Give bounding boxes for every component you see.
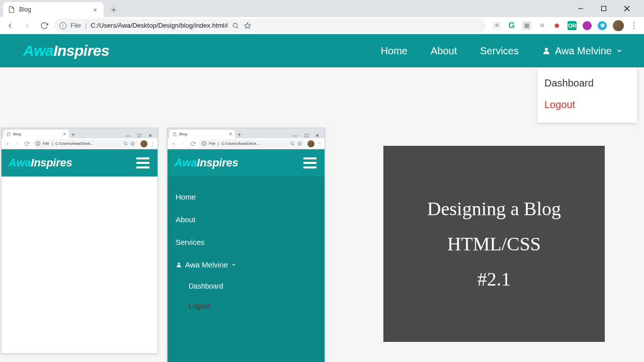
info-icon[interactable]: i <box>59 22 66 29</box>
mini-body <box>2 176 157 353</box>
maximize-button[interactable] <box>597 2 611 16</box>
logo-prefix: Awa <box>175 156 197 169</box>
dropdown-dashboard[interactable]: Dashboard <box>537 72 637 94</box>
new-tab-button[interactable]: + <box>107 3 121 17</box>
url-scheme-label: File <box>70 22 81 29</box>
extension-icon[interactable] <box>583 21 592 30</box>
mini-toolbar: i File | C:/Users/Awa/Desk... ⋮ <box>2 138 157 149</box>
mobile-submenu: Dashboard Logout <box>176 276 325 316</box>
back-button[interactable] <box>3 19 17 33</box>
file-icon <box>8 6 15 13</box>
nav-user-name: Awa Melvine <box>555 45 612 57</box>
forward-button[interactable] <box>14 140 21 147</box>
dropdown-logout[interactable]: Logout <box>537 94 637 116</box>
reload-button[interactable] <box>189 140 196 147</box>
mini-address-bar[interactable]: i File | C:/Users/Awa/Desk... <box>33 139 138 148</box>
title-panel: Designing a Blog HTML/CSS #2.1 <box>383 146 605 342</box>
mini-tab-title: Blog <box>13 132 60 136</box>
address-bar[interactable]: i File | C:/Users/Awa/Desktop/Design/blo… <box>54 19 486 33</box>
logo-suffix: Inspires <box>31 156 72 169</box>
site-logo[interactable]: AwaInspires <box>23 42 109 59</box>
extension-icon[interactable]: ⊕ <box>598 21 607 30</box>
profile-avatar[interactable] <box>307 140 314 147</box>
mini-preview-expanded: Blog × + — ☐ ✕ i File | C:/Users/Aw <box>167 128 325 362</box>
minimize-button[interactable]: — <box>126 133 130 138</box>
forward-button[interactable] <box>20 19 34 33</box>
extension-icon[interactable]: ◉ <box>552 21 561 30</box>
maximize-button[interactable]: ☐ <box>137 133 141 138</box>
kebab-menu-icon[interactable]: ⋮ <box>150 141 155 146</box>
logo-prefix: Awa <box>9 156 31 169</box>
mobile-user-name: Awa Melvine <box>185 260 228 269</box>
mobile-nav-services[interactable]: Services <box>176 231 325 253</box>
info-icon: i <box>36 141 40 146</box>
mobile-nav-home[interactable]: Home <box>176 186 325 208</box>
reload-button[interactable] <box>23 140 30 147</box>
info-icon: i <box>202 141 206 146</box>
close-window-button[interactable]: ✕ <box>148 133 152 138</box>
mobile-sub-logout[interactable]: Logout <box>189 296 325 316</box>
kebab-menu-icon[interactable]: ⋮ <box>627 21 641 30</box>
page-content: AwaInspires Home About Services Awa Melv… <box>0 34 644 362</box>
user-icon <box>542 46 551 55</box>
profile-avatar[interactable] <box>140 140 147 147</box>
site-logo[interactable]: AwaInspires <box>175 156 238 169</box>
user-dropdown: Dashboard Logout <box>537 67 637 123</box>
extension-icon[interactable]: ▦ <box>522 21 531 30</box>
extension-icon[interactable]: ✱ <box>492 21 501 30</box>
profile-avatar[interactable] <box>613 20 624 31</box>
mobile-nav-user[interactable]: Awa Melvine <box>176 253 325 276</box>
close-icon[interactable]: × <box>63 131 66 137</box>
browser-toolbar: i File | C:/Users/Awa/Desktop/Design/blo… <box>0 17 644 34</box>
mini-tab[interactable]: Blog × <box>170 130 235 138</box>
logo-prefix: Awa <box>23 42 53 59</box>
svg-marker-13 <box>298 142 302 145</box>
kebab-menu-icon[interactable]: ⋮ <box>317 141 322 146</box>
close-icon[interactable]: × <box>92 6 99 13</box>
window-controls <box>574 0 640 17</box>
svg-line-5 <box>237 27 238 28</box>
nav-about[interactable]: About <box>431 45 457 57</box>
svg-point-11 <box>291 142 294 145</box>
hamburger-icon[interactable] <box>303 157 316 168</box>
new-tab-button[interactable]: + <box>69 131 77 138</box>
mini-tab[interactable]: Blog × <box>4 130 69 138</box>
extension-icon[interactable]: CORS <box>568 21 577 30</box>
mobile-sub-dashboard[interactable]: Dashboard <box>189 276 325 296</box>
mini-address-bar[interactable]: i File | C:/Users/Awa/Desk... <box>199 139 305 148</box>
close-window-button[interactable]: ✕ <box>315 133 319 138</box>
minimize-button[interactable] <box>574 2 588 16</box>
extension-icon[interactable]: ⊕ <box>537 21 546 30</box>
panel-line-3: #2.1 <box>477 268 511 290</box>
close-window-button[interactable] <box>620 2 634 16</box>
url-text: C:/Users/Awa/Desk... <box>55 141 94 146</box>
browser-tabbar: Blog × + <box>0 0 644 17</box>
nav-services[interactable]: Services <box>480 45 519 57</box>
extension-icon[interactable]: G <box>507 21 516 30</box>
chevron-down-icon <box>616 47 623 54</box>
new-tab-button[interactable]: + <box>235 131 244 138</box>
maximize-button[interactable]: ☐ <box>304 133 308 138</box>
svg-line-9 <box>126 144 127 145</box>
svg-line-12 <box>293 144 294 145</box>
star-icon[interactable] <box>244 22 251 29</box>
mobile-nav-about[interactable]: About <box>176 208 325 231</box>
zoom-icon[interactable] <box>232 22 239 29</box>
browser-tab[interactable]: Blog × <box>3 2 104 17</box>
close-icon[interactable]: × <box>229 131 232 137</box>
back-button[interactable] <box>4 140 11 147</box>
site-logo[interactable]: AwaInspires <box>9 156 72 169</box>
svg-point-7 <box>545 48 548 51</box>
reload-button[interactable] <box>37 19 51 33</box>
back-button[interactable] <box>170 140 177 147</box>
mini-toolbar: i File | C:/Users/Awa/Desk... ⋮ <box>168 138 325 149</box>
nav-home[interactable]: Home <box>381 45 408 57</box>
forward-button[interactable] <box>180 140 187 147</box>
minimize-button[interactable]: — <box>293 133 297 138</box>
nav-user-menu[interactable]: Awa Melvine <box>542 45 623 57</box>
url-separator: | <box>85 22 87 29</box>
hamburger-icon[interactable] <box>136 157 149 168</box>
logo-suffix: Inspires <box>53 42 109 59</box>
mobile-menu: Home About Services Awa Melvine Dashboar… <box>168 176 325 362</box>
mini-tabbar: Blog × + — ☐ ✕ <box>168 128 325 138</box>
